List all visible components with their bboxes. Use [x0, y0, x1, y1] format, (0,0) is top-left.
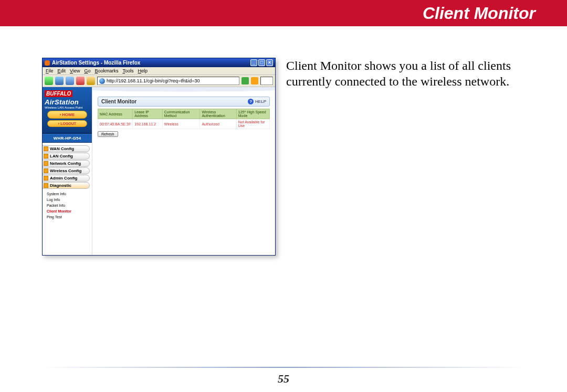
- cell-ip: 192.168.11.2: [133, 119, 163, 129]
- header-curve: [92, 87, 275, 92]
- cell-auth: Authorized: [200, 119, 236, 129]
- th-speed: 125* High Speed Mode: [236, 109, 269, 119]
- url-text: http://192.168.11.1/cgi-bin/cgi?req=tfr&…: [107, 78, 200, 83]
- th-comm: Communication Method: [162, 109, 200, 119]
- brand-block: BUFFALO AirStation Wireless LAN Access P…: [43, 87, 92, 134]
- cell-mac: 00:07:40:BA:5E:3F: [98, 119, 133, 129]
- tab-wan-config[interactable]: WAN Config: [43, 145, 90, 152]
- footer-rule: [42, 367, 525, 368]
- menu-edit[interactable]: Edit: [58, 68, 66, 73]
- sub-ping-test[interactable]: Ping Test: [47, 214, 92, 220]
- diagnostic-subnav: System Info Log Info Packet Info Client …: [43, 189, 92, 220]
- url-bar[interactable]: http://192.168.11.1/cgi-bin/cgi?req=tfr&…: [97, 77, 239, 85]
- menu-tools[interactable]: Tools: [122, 68, 133, 73]
- go-icon[interactable]: [242, 77, 249, 84]
- help-button[interactable]: ? HELP: [248, 99, 266, 104]
- description-text: Client Monitor shows you a list of all c…: [286, 58, 525, 89]
- content-row: AirStation Settings - Mozilla Firefox _ …: [0, 26, 567, 256]
- home-icon[interactable]: [87, 77, 95, 85]
- window-buttons: _ □ ×: [250, 59, 273, 66]
- search-box[interactable]: [260, 77, 273, 85]
- description-column: Client Monitor shows you a list of all c…: [286, 58, 546, 256]
- page-body: BUFFALO AirStation Wireless LAN Access P…: [43, 87, 275, 255]
- page-number: 55: [0, 372, 567, 386]
- tab-diagnostic[interactable]: Diagnostic: [43, 182, 90, 189]
- back-icon[interactable]: [45, 77, 53, 85]
- firefox-icon: [45, 60, 50, 66]
- main-panel: Client Monitor ? HELP MAC Address Lease …: [92, 87, 275, 255]
- browser-window: AirStation Settings - Mozilla Firefox _ …: [42, 58, 276, 256]
- menu-bookmarks[interactable]: Bookmarks: [94, 68, 118, 73]
- main-nav: WAN Config LAN Config Network Config Wir…: [43, 143, 92, 189]
- brand-buffalo: BUFFALO: [45, 90, 72, 97]
- refresh-button[interactable]: Refresh: [98, 131, 118, 137]
- nav-toolbar: http://192.168.11.1/cgi-bin/cgi?req=tfr&…: [43, 75, 275, 87]
- model-label: WHR-HP-G54: [43, 134, 92, 143]
- client-table: MAC Address Lease IP Address Communicati…: [98, 109, 270, 129]
- forward-icon[interactable]: [55, 77, 64, 85]
- window-titlebar: AirStation Settings - Mozilla Firefox _ …: [43, 58, 275, 67]
- sub-client-monitor[interactable]: Client Monitor: [47, 208, 92, 214]
- logout-button[interactable]: ›LOGOUT: [47, 120, 87, 127]
- menu-help[interactable]: Help: [138, 68, 148, 73]
- menu-bar: File Edit View Go Bookmarks Tools Help: [43, 67, 275, 75]
- page-banner: Client Monitor: [0, 0, 567, 26]
- sub-log-info[interactable]: Log Info: [47, 197, 92, 203]
- banner-title: Client Monitor: [423, 4, 536, 23]
- screenshot-column: AirStation Settings - Mozilla Firefox _ …: [42, 58, 276, 256]
- th-auth: Wireless Authentication: [200, 109, 236, 119]
- tab-wireless-config[interactable]: Wireless Config: [43, 167, 90, 174]
- cell-speed: Not Available for Use: [236, 119, 269, 129]
- menu-view[interactable]: View: [70, 68, 80, 73]
- minimize-button[interactable]: _: [250, 59, 257, 66]
- panel-header: Client Monitor ? HELP: [98, 97, 270, 107]
- stop-icon[interactable]: [76, 77, 85, 85]
- sub-packet-info[interactable]: Packet Info: [47, 203, 92, 208]
- reload-icon[interactable]: [66, 77, 74, 85]
- table-row: 00:07:40:BA:5E:3F 192.168.11.2 Wireless …: [98, 119, 270, 129]
- home-button[interactable]: ›HOME: [47, 111, 87, 119]
- brand-airstation: AirStation: [45, 98, 90, 106]
- th-ip: Lease IP Address: [133, 109, 163, 119]
- table-header-row: MAC Address Lease IP Address Communicati…: [98, 109, 270, 119]
- tab-lan-config[interactable]: LAN Config: [43, 153, 90, 160]
- download-icon[interactable]: [251, 77, 258, 84]
- sub-system-info[interactable]: System Info: [47, 191, 92, 197]
- close-button[interactable]: ×: [266, 59, 273, 66]
- panel-title: Client Monitor: [101, 99, 136, 104]
- th-mac: MAC Address: [98, 109, 133, 119]
- help-icon: ?: [248, 99, 254, 104]
- tab-admin-config[interactable]: Admin Config: [43, 175, 90, 182]
- cell-comm: Wireless: [162, 119, 200, 129]
- menu-go[interactable]: Go: [84, 68, 90, 73]
- window-title: AirStation Settings - Mozilla Firefox: [52, 60, 140, 66]
- tab-network-config[interactable]: Network Config: [43, 160, 90, 167]
- brand-subtitle: Wireless LAN Access Point: [45, 106, 90, 109]
- globe-icon: [99, 78, 105, 84]
- sidebar: BUFFALO AirStation Wireless LAN Access P…: [43, 87, 92, 255]
- menu-file[interactable]: File: [46, 68, 54, 73]
- maximize-button[interactable]: □: [258, 59, 265, 66]
